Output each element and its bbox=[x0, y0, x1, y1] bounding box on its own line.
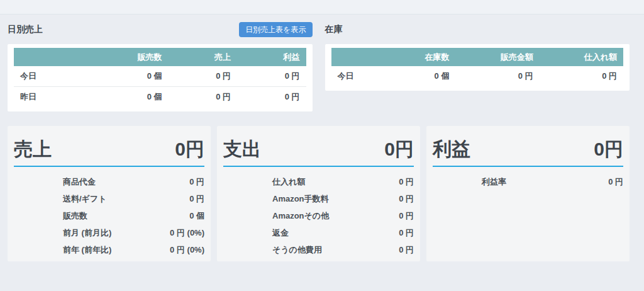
inventory-table: 在庫数 販売金額 仕入れ額 今日 0 個 0 円 0 円 bbox=[331, 48, 624, 86]
stat-value: 0 個 bbox=[189, 210, 204, 222]
stat-label: 販売数 bbox=[14, 210, 87, 222]
cell-sales: 0 円 bbox=[169, 87, 237, 108]
stat-label: Amazonその他 bbox=[223, 210, 329, 222]
table-row-today: 今日 0 個 0 円 0 円 bbox=[331, 66, 624, 86]
row-label: 今日 bbox=[331, 66, 372, 86]
corner-cell bbox=[331, 48, 372, 66]
cell-purchase-amount: 0 円 bbox=[540, 66, 623, 86]
cell-stock-qty: 0 個 bbox=[372, 66, 455, 86]
expenses-card-rows: 仕入れ額 0 円 Amazon手数料 0 円 Amazonその他 0 円 返金 … bbox=[223, 173, 414, 258]
profit-card-rows: 利益率 0 円 bbox=[433, 173, 623, 190]
sales-card-total: 0円 bbox=[175, 139, 204, 159]
column-header-sales: 売上 bbox=[169, 48, 237, 66]
corner-cell bbox=[14, 48, 99, 66]
stat-row-prev-year: 前年 (前年比) 0 円 (0%) bbox=[14, 241, 204, 258]
profit-summary-card: 利益 0円 利益率 0 円 bbox=[426, 126, 630, 261]
inventory-table-card: 在庫数 販売金額 仕入れ額 今日 0 個 0 円 0 円 bbox=[325, 44, 630, 91]
daily-sales-section: 日別売上 日別売上表を表示 販売数 売上 利益 今日 bbox=[8, 20, 313, 111]
stat-value: 0 円 bbox=[189, 193, 204, 205]
daily-sales-table-card: 販売数 売上 利益 今日 0 個 0 円 0 円 昨日 bbox=[8, 44, 313, 111]
inventory-section: 在庫 在庫数 販売金額 仕入れ額 今日 bbox=[325, 20, 630, 111]
stat-value: 0 円 (0%) bbox=[170, 227, 204, 239]
cell-qty: 0 個 bbox=[99, 87, 168, 108]
stat-label: 商品代金 bbox=[14, 176, 96, 188]
stat-value: 0 円 (0%) bbox=[170, 244, 204, 256]
stat-label: 返金 bbox=[223, 227, 289, 239]
inventory-header: 在庫 bbox=[325, 20, 630, 40]
stat-label: 仕入れ額 bbox=[223, 176, 305, 188]
summary-cards-row: 売上 0円 商品代金 0 円 送料/ギフト 0 円 販売数 0 個 前月 (前月… bbox=[8, 126, 630, 261]
stat-label: 前年 (前年比) bbox=[14, 244, 111, 256]
cell-qty: 0 個 bbox=[99, 66, 168, 87]
daily-sales-title: 日別売上 bbox=[8, 24, 43, 35]
dashboard-content: 日別売上 日別売上表を表示 販売数 売上 利益 今日 bbox=[0, 20, 644, 261]
cell-sales-amount: 0 円 bbox=[455, 66, 539, 86]
stat-row-profit-rate: 利益率 0 円 bbox=[433, 173, 623, 190]
daily-sales-header-row: 販売数 売上 利益 bbox=[14, 48, 306, 66]
column-header-profit: 利益 bbox=[237, 48, 306, 66]
profit-card-head: 利益 0円 bbox=[433, 126, 623, 167]
table-row-yesterday: 昨日 0 個 0 円 0 円 bbox=[14, 87, 306, 108]
stat-row-other-costs: そうの他費用 0 円 bbox=[223, 241, 414, 258]
inventory-title: 在庫 bbox=[325, 24, 343, 35]
column-header-purchase-amount: 仕入れ額 bbox=[540, 48, 623, 66]
stat-label: 利益率 bbox=[433, 176, 506, 188]
stat-value: 0 円 bbox=[399, 244, 414, 256]
table-row-today: 今日 0 個 0 円 0 円 bbox=[14, 66, 306, 87]
sales-card-rows: 商品代金 0 円 送料/ギフト 0 円 販売数 0 個 前月 (前月比) 0 円… bbox=[14, 173, 204, 258]
stat-value: 0 円 bbox=[399, 193, 414, 205]
stat-row-prev-month: 前月 (前月比) 0 円 (0%) bbox=[14, 224, 204, 241]
stat-row-refunds: 返金 0 円 bbox=[223, 224, 414, 241]
column-header-stock-qty: 在庫数 bbox=[372, 48, 455, 66]
daily-sales-table: 販売数 売上 利益 今日 0 個 0 円 0 円 昨日 bbox=[14, 48, 306, 107]
cell-profit: 0 円 bbox=[237, 87, 306, 108]
stat-value: 0 円 bbox=[399, 176, 414, 188]
show-daily-sales-table-button[interactable]: 日別売上表を表示 bbox=[239, 22, 312, 37]
column-header-qty: 販売数 bbox=[99, 48, 168, 66]
stat-label: 前月 (前月比) bbox=[14, 227, 111, 239]
stat-row-purchase-amount: 仕入れ額 0 円 bbox=[223, 173, 414, 190]
top-band bbox=[0, 0, 644, 14]
inventory-header-row: 在庫数 販売金額 仕入れ額 bbox=[331, 48, 624, 66]
expenses-card-head: 支出 0円 bbox=[223, 126, 414, 167]
sales-card-head: 売上 0円 bbox=[14, 126, 204, 167]
daily-sales-header: 日別売上 日別売上表を表示 bbox=[8, 20, 313, 40]
stat-value: 0 円 bbox=[189, 176, 204, 188]
expenses-card-total: 0円 bbox=[384, 139, 414, 159]
stat-label: Amazon手数料 bbox=[223, 193, 329, 205]
stat-value: 0 円 bbox=[399, 227, 414, 239]
stat-row-shipping-gift: 送料/ギフト 0 円 bbox=[14, 190, 204, 207]
stat-row-amazon-fees: Amazon手数料 0 円 bbox=[223, 190, 414, 207]
cell-sales: 0 円 bbox=[169, 66, 237, 87]
stat-value: 0 円 bbox=[399, 210, 414, 222]
profit-card-total: 0円 bbox=[594, 139, 623, 159]
expenses-card-title: 支出 bbox=[223, 139, 261, 159]
stat-row-amazon-other: Amazonその他 0 円 bbox=[223, 207, 414, 224]
stat-row-product-price: 商品代金 0 円 bbox=[14, 173, 204, 190]
stat-row-sales-count: 販売数 0 個 bbox=[14, 207, 204, 224]
row-label: 昨日 bbox=[14, 87, 99, 108]
profit-card-title: 利益 bbox=[433, 139, 470, 159]
sales-card-title: 売上 bbox=[14, 139, 52, 159]
column-header-sales-amount: 販売金額 bbox=[455, 48, 539, 66]
sales-summary-card: 売上 0円 商品代金 0 円 送料/ギフト 0 円 販売数 0 個 前月 (前月… bbox=[8, 126, 211, 261]
expenses-summary-card: 支出 0円 仕入れ額 0 円 Amazon手数料 0 円 Amazonその他 0… bbox=[217, 126, 420, 261]
cell-profit: 0 円 bbox=[237, 66, 306, 87]
stat-value: 0 円 bbox=[608, 176, 623, 188]
stat-label: そうの他費用 bbox=[223, 244, 322, 256]
tables-row: 日別売上 日別売上表を表示 販売数 売上 利益 今日 bbox=[8, 20, 630, 111]
stat-label: 送料/ギフト bbox=[14, 193, 107, 205]
row-label: 今日 bbox=[14, 66, 99, 87]
